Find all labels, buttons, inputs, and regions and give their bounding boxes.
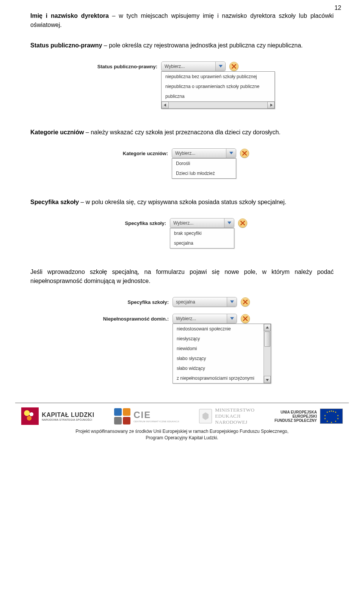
clear-button[interactable] bbox=[238, 219, 247, 228]
paragraph-4: Specyfika szkoły – w polu określa się, c… bbox=[30, 198, 334, 207]
cie-icon bbox=[114, 408, 130, 424]
combo-status-text: Wybierz... bbox=[162, 64, 215, 69]
paragraph-5: Jeśli wprowadzono szkołę specjalną, na f… bbox=[30, 267, 334, 286]
clear-button[interactable] bbox=[229, 62, 238, 71]
option-niep-4[interactable]: słabo widzący bbox=[173, 363, 264, 373]
eu-line3: FUNDUSZ SPOŁECZNY bbox=[275, 418, 317, 423]
eu-flag-icon bbox=[320, 409, 343, 424]
figure-niepelnosprawnosc: Specyfika szkoły: specjalna Niepełnospra… bbox=[93, 297, 271, 384]
men-line2: EDUKACJI bbox=[215, 413, 254, 419]
option-specyfika-1[interactable]: specjalna bbox=[170, 238, 234, 248]
combo-niepelnosprawnosc-text: Wybierz... bbox=[173, 316, 227, 321]
chevron-down-icon[interactable] bbox=[227, 297, 237, 307]
clear-button[interactable] bbox=[241, 297, 250, 307]
svg-marker-18 bbox=[266, 379, 269, 381]
men-line1: MINISTERSTWO bbox=[215, 407, 254, 413]
kapital-subtitle: NARODOWA STRATEGIA SPÓJNOŚCI bbox=[42, 418, 94, 421]
svg-marker-4 bbox=[270, 104, 273, 107]
para2-text: – pole określa czy rejestrowana jednostk… bbox=[102, 42, 303, 49]
chevron-down-icon[interactable] bbox=[215, 62, 225, 71]
dropdown-niepelnosprawnosc[interactable]: niedostosowani społecznie niesłyszący ni… bbox=[173, 324, 271, 384]
scroll-right-icon[interactable] bbox=[267, 102, 275, 108]
eu-line1: UNIA EUROPEJSKA bbox=[275, 410, 317, 414]
svg-marker-0 bbox=[219, 65, 223, 68]
option-status-1[interactable]: niepubliczna o uprawnieniach szkoły publ… bbox=[162, 82, 275, 91]
eu-line2: EUROPEJSKI bbox=[275, 414, 317, 418]
men-line3: NARODOWEJ bbox=[215, 419, 254, 425]
dropdown-specyfika[interactable]: brak specyfiki specjalna bbox=[170, 228, 234, 248]
para3-text: – należy wskazać czy szkoła jest przezna… bbox=[84, 129, 280, 135]
svg-marker-17 bbox=[266, 326, 269, 329]
combo-status[interactable]: Wybierz... bbox=[161, 61, 226, 71]
option-niep-5[interactable]: z niepełnosprawnościami sprzężonymi bbox=[173, 373, 264, 383]
option-kategorie-1[interactable]: Dzieci lub młodzież bbox=[172, 168, 236, 178]
scroll-left-icon[interactable] bbox=[162, 102, 169, 108]
svg-marker-14 bbox=[230, 317, 234, 320]
scroll-thumb[interactable] bbox=[264, 332, 270, 347]
field-label-specyfika2: Specyfika szkoły: bbox=[93, 299, 169, 305]
footer-caption: Projekt współfinansowany ze środków Unii… bbox=[0, 425, 364, 449]
chevron-down-icon[interactable] bbox=[227, 314, 237, 323]
combo-kategorie[interactable]: Wybierz... bbox=[172, 148, 236, 158]
clear-button[interactable] bbox=[241, 314, 250, 323]
kapital-title: KAPITAŁ LUDZKI bbox=[42, 412, 94, 418]
option-niep-2[interactable]: niewidomi bbox=[173, 344, 264, 354]
field-label-niepelnosprawnosc: Niepełnosprawność domin.: bbox=[93, 316, 169, 322]
para4-term: Specyfika szkoły bbox=[30, 199, 79, 205]
combo-specyfika-selected-text: specjalna bbox=[173, 299, 227, 305]
men-crest-icon bbox=[199, 409, 212, 423]
footer-logos: KAPITAŁ LUDZKI NARODOWA STRATEGIA SPÓJNO… bbox=[0, 407, 364, 425]
logo-eu: UNIA EUROPEJSKA EUROPEJSKI FUNDUSZ SPOŁE… bbox=[275, 409, 343, 424]
para3-term: Kategorie uczniów bbox=[30, 129, 84, 135]
paragraph-3: Kategorie uczniów – należy wskazać czy s… bbox=[30, 128, 334, 137]
paragraph-2: Status publiczno-prawny – pole określa c… bbox=[30, 41, 334, 50]
dropdown-status[interactable]: niepubliczna bez uprawnień szkoły public… bbox=[161, 71, 275, 109]
field-label-specyfika: Specyfika szkoły: bbox=[117, 220, 166, 226]
combo-specyfika-selected[interactable]: specjalna bbox=[173, 297, 237, 307]
chevron-down-icon[interactable] bbox=[226, 149, 236, 158]
svg-marker-8 bbox=[228, 222, 231, 224]
combo-kategorie-text: Wybierz... bbox=[172, 151, 226, 156]
option-niep-0[interactable]: niedostosowani społecznie bbox=[173, 324, 264, 334]
footer-caption-line1: Projekt współfinansowany ze środków Unii… bbox=[75, 429, 289, 434]
scroll-down-icon[interactable] bbox=[264, 376, 271, 383]
dropdown-kategorie[interactable]: Dorośli Dzieci lub młodzież bbox=[172, 158, 236, 179]
combo-specyfika[interactable]: Wybierz... bbox=[170, 218, 234, 228]
chevron-down-icon[interactable] bbox=[224, 219, 234, 228]
scroll-track[interactable] bbox=[264, 347, 271, 376]
page-number: 12 bbox=[334, 5, 341, 11]
svg-marker-3 bbox=[164, 104, 166, 107]
scroll-track[interactable] bbox=[169, 102, 267, 108]
logo-cie: CIE CENTRUM INFORMATYCZNE EDUKACJI bbox=[114, 408, 179, 424]
para4-text: – w polu określa się, czy wpisywana szko… bbox=[79, 199, 286, 205]
combo-specyfika-text: Wybierz... bbox=[170, 220, 224, 226]
vertical-scrollbar[interactable] bbox=[264, 324, 271, 383]
cie-subtitle: CENTRUM INFORMATYCZNE EDUKACJI bbox=[133, 420, 179, 423]
paragraph-1: Imię i nazwisko dyrektora – w tych miejs… bbox=[30, 11, 334, 30]
figure-kategorie-uczniow: Kategorie uczniów: Wybierz... Dorośli Dz… bbox=[115, 148, 249, 179]
kapital-icon bbox=[21, 407, 39, 425]
figure-specyfika-szkoly: Specyfika szkoły: Wybierz... brak specyf… bbox=[117, 218, 247, 248]
svg-marker-5 bbox=[229, 152, 233, 154]
footer-caption-line2: Program Operacyjny Kapitał Ludzki. bbox=[146, 435, 218, 440]
scroll-up-icon[interactable] bbox=[264, 324, 271, 331]
cie-title: CIE bbox=[133, 410, 179, 420]
option-niep-1[interactable]: niesłyszący bbox=[173, 334, 264, 344]
para2-term: Status publiczno-prawny bbox=[30, 42, 102, 49]
logo-men: MINISTERSTWO EDUKACJI NARODOWEJ bbox=[199, 407, 254, 425]
option-status-0[interactable]: niepubliczna bez uprawnień szkoły public… bbox=[162, 72, 275, 82]
horizontal-scrollbar[interactable] bbox=[162, 101, 275, 108]
option-status-2[interactable]: publiczna bbox=[162, 91, 275, 101]
para1-term: Imię i nazwisko dyrektora bbox=[30, 13, 109, 19]
clear-button[interactable] bbox=[240, 149, 249, 158]
option-kategorie-0[interactable]: Dorośli bbox=[172, 159, 236, 168]
field-label-status: Status publiczno-prawny: bbox=[89, 64, 157, 69]
option-niep-3[interactable]: słabo słyszący bbox=[173, 354, 264, 363]
combo-niepelnosprawnosc[interactable]: Wybierz... bbox=[173, 314, 237, 324]
logo-kapital-ludzki: KAPITAŁ LUDZKI NARODOWA STRATEGIA SPÓJNO… bbox=[21, 407, 94, 425]
field-label-kategorie: Kategorie uczniów: bbox=[115, 151, 168, 156]
footer-divider bbox=[15, 402, 349, 403]
svg-marker-11 bbox=[230, 300, 234, 303]
figure-status-publiczno-prawny: Status publiczno-prawny: Wybierz... niep… bbox=[89, 61, 275, 109]
option-specyfika-0[interactable]: brak specyfiki bbox=[170, 228, 234, 238]
